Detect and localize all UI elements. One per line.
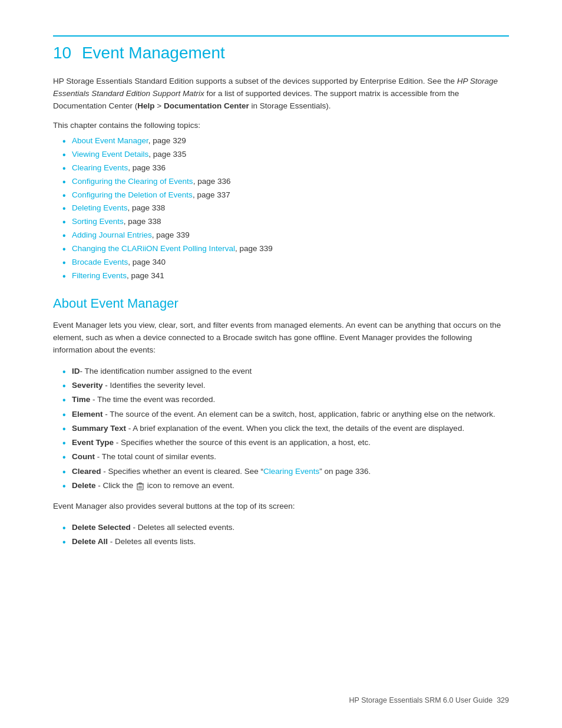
toc-link-configuring-clearing[interactable]: Configuring the Clearing of Events [72,177,193,186]
toc-link-clearing-events[interactable]: Clearing Events [72,163,128,172]
list-item: Delete Selected - Deletes all selected e… [64,521,509,534]
about-body-para2: Event Manager also provides several butt… [53,500,509,513]
list-item: Viewing Event Details, page 335 [64,148,509,162]
list-item: Configuring the Deletion of Events, page… [64,189,509,202]
topics-intro: This chapter contains the following topi… [53,121,509,130]
chapter-header: 10 Event Management [53,35,509,62]
chapter-title: 10 Event Management [53,44,509,62]
list-item: Filtering Events, page 341 [64,269,509,283]
list-item: ID- The identification number assigned t… [64,365,509,378]
list-item: Delete All - Deletes all events lists. [64,535,509,548]
toc-list: About Event Manager, page 329 Viewing Ev… [64,134,509,283]
footer-page: 329 [497,696,509,704]
toc-link-sorting-events[interactable]: Sorting Events [72,217,124,226]
page: 10 Event Management HP Storage Essential… [0,0,562,728]
about-bullet-list: ID- The identification number assigned t… [64,365,509,492]
toc-link-clariion[interactable]: Changing the CLARiiON Event Polling Inte… [72,244,235,253]
list-item: Event Type - Specifies whether the sourc… [64,436,509,449]
toc-link-viewing-event-details[interactable]: Viewing Event Details [72,150,148,159]
trash-icon [136,482,144,490]
list-item: Adding Journal Entries, page 339 [64,229,509,242]
toc-link-filtering[interactable]: Filtering Events [72,271,127,280]
list-item: Brocade Events, page 340 [64,256,509,269]
list-item: Summary Text - A brief explanation of th… [64,422,509,435]
list-item: Changing the CLARiiON Event Polling Inte… [64,242,509,256]
toc-link-brocade[interactable]: Brocade Events [72,258,128,266]
clearing-events-link[interactable]: Clearing Events [263,467,319,476]
list-item: Sorting Events, page 338 [64,215,509,229]
list-item: About Event Manager, page 329 [64,134,509,148]
section-title-about: About Event Manager [53,296,509,311]
intro-paragraph: HP Storage Essentials Standard Edition s… [53,75,509,113]
list-item: Count - The total count of similar event… [64,450,509,463]
toc-link-adding-journal[interactable]: Adding Journal Entries [72,230,152,239]
chapter-title-text: Event Management [82,44,225,62]
about-body-para1: Event Manager lets you view, clear, sort… [53,319,509,357]
list-item: Severity - Identifies the severity level… [64,379,509,392]
list-item: Time - The time the event was recorded. [64,393,509,406]
about-bottom-bullet-list: Delete Selected - Deletes all selected e… [64,521,509,549]
list-item: Element - The source of the event. An el… [64,408,509,421]
list-item: Clearing Events, page 336 [64,162,509,175]
toc-link-about-event-manager[interactable]: About Event Manager [72,136,148,145]
footer-text: HP Storage Essentials SRM 6.0 User Guide [349,696,493,704]
list-item: Deleting Events, page 338 [64,202,509,215]
chapter-number: 10 [53,44,71,62]
list-item: Configuring the Clearing of Events, page… [64,175,509,189]
list-item: Delete - Click the icon to remove an eve… [64,479,509,492]
list-item: Cleared - Specifies whether an event is … [64,465,509,478]
toc-link-deleting-events[interactable]: Deleting Events [72,203,128,212]
page-footer: HP Storage Essentials SRM 6.0 User Guide… [349,696,509,704]
toc-link-configuring-deletion[interactable]: Configuring the Deletion of Events [72,190,193,199]
